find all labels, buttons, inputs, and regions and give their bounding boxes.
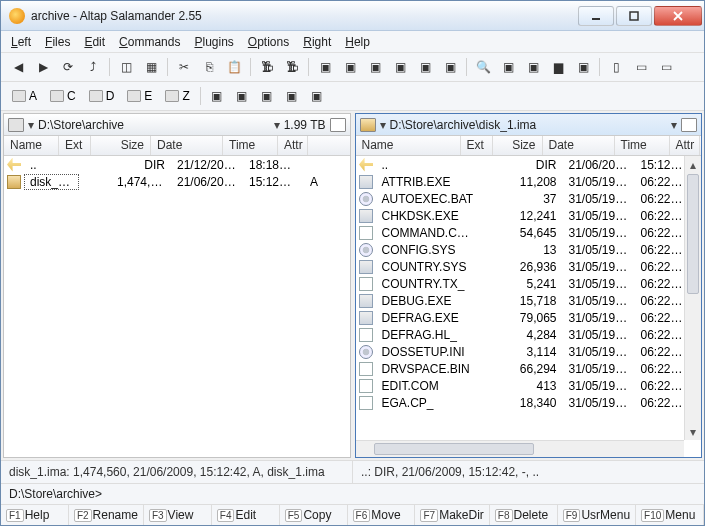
- select-icon[interactable]: ◫: [115, 56, 137, 78]
- column-attr[interactable]: Attr: [670, 136, 700, 155]
- parent-icon[interactable]: ⤴: [82, 56, 104, 78]
- maximize-button[interactable]: [616, 6, 652, 26]
- menu-right[interactable]: Right: [303, 35, 331, 49]
- ftp-icon[interactable]: ▣: [231, 85, 253, 107]
- fn-usrmenu-button[interactable]: F9UsrMenu: [558, 505, 636, 525]
- deselect-icon[interactable]: ▦: [140, 56, 162, 78]
- file-row[interactable]: COMMAND.COM54,64531/05/199406:22:00: [356, 224, 702, 241]
- tool-icon[interactable]: ▣: [572, 56, 594, 78]
- column-time[interactable]: Time: [223, 136, 278, 155]
- tool-icon[interactable]: ▣: [439, 56, 461, 78]
- fn-rename-button[interactable]: F2Rename: [69, 505, 144, 525]
- column-name[interactable]: Name: [356, 136, 461, 155]
- left-file-list[interactable]: ..DIR21/12/201118:18:59disk_1.ima1,474,5…: [4, 156, 350, 457]
- right-path-bar[interactable]: ▾ D:\Store\archive\disk_1.ima ▾: [356, 114, 702, 136]
- scrollbar-horizontal[interactable]: [356, 440, 685, 457]
- menu-edit[interactable]: Edit: [84, 35, 105, 49]
- tool-icon[interactable]: ▣: [414, 56, 436, 78]
- tool-icon[interactable]: ▣: [339, 56, 361, 78]
- file-row[interactable]: EDIT.COM41331/05/199406:22:00: [356, 377, 702, 394]
- scrollbar-vertical[interactable]: ▴ ▾: [684, 156, 701, 440]
- file-row[interactable]: EGA.CP_18,34031/05/199406:22:00: [356, 394, 702, 411]
- drive-c-button[interactable]: C: [45, 85, 81, 107]
- search-icon[interactable]: 🔍: [472, 56, 494, 78]
- file-row[interactable]: DEBUG.EXE15,71831/05/199406:22:00: [356, 292, 702, 309]
- command-line[interactable]: D:\Store\archive>: [1, 483, 704, 504]
- file-row[interactable]: AUTOEXEC.BAT3731/05/199406:22:00: [356, 190, 702, 207]
- chevron-down-icon[interactable]: ▾: [671, 118, 677, 132]
- panel-menu-icon[interactable]: [330, 118, 346, 132]
- fn-menu-button[interactable]: F10Menu: [636, 505, 704, 525]
- fn-help-button[interactable]: F1Help: [1, 505, 69, 525]
- drive-d-button[interactable]: D: [84, 85, 120, 107]
- cut-icon[interactable]: ✂: [173, 56, 195, 78]
- drive-e-button[interactable]: E: [122, 85, 157, 107]
- column-ext[interactable]: Ext: [461, 136, 493, 155]
- left-columns[interactable]: NameExtSizeDateTimeAttr: [4, 136, 350, 156]
- tool-icon[interactable]: ▯: [605, 56, 627, 78]
- drive-z-button[interactable]: Z: [160, 85, 194, 107]
- file-row[interactable]: disk_1.ima1,474,56021/06/200915:12:42A: [4, 173, 350, 190]
- tool-icon[interactable]: ▣: [522, 56, 544, 78]
- copy-icon[interactable]: ⎘: [198, 56, 220, 78]
- menu-help[interactable]: Help: [345, 35, 370, 49]
- menu-commands[interactable]: Commands: [119, 35, 180, 49]
- minimize-button[interactable]: [578, 6, 614, 26]
- updir-row[interactable]: ..DIR21/12/201118:18:59: [4, 156, 350, 173]
- right-path[interactable]: D:\Store\archive\disk_1.ima: [390, 118, 668, 132]
- column-attr[interactable]: Attr: [278, 136, 308, 155]
- fn-move-button[interactable]: F6Move: [348, 505, 416, 525]
- left-path[interactable]: D:\Store\archive: [38, 118, 270, 132]
- fn-copy-button[interactable]: F5Copy: [280, 505, 348, 525]
- tool-icon[interactable]: ▭: [630, 56, 652, 78]
- archive-icon[interactable]: ▣: [281, 85, 303, 107]
- updir-row[interactable]: ..DIR21/06/200915:12:42: [356, 156, 702, 173]
- fn-edit-button[interactable]: F4Edit: [212, 505, 280, 525]
- column-name[interactable]: Name: [4, 136, 59, 155]
- terminal-icon[interactable]: ▆: [547, 56, 569, 78]
- column-size[interactable]: Size: [493, 136, 543, 155]
- right-file-list[interactable]: ..DIR21/06/200915:12:42 ▴ ▾ ATTRIB.EXE11…: [356, 156, 702, 457]
- tool-icon[interactable]: ▣: [364, 56, 386, 78]
- chevron-down-icon[interactable]: ▾: [274, 118, 280, 132]
- menu-files[interactable]: Files: [45, 35, 70, 49]
- right-columns[interactable]: NameExtSizeDateTimeAttr: [356, 136, 702, 156]
- chevron-down-icon[interactable]: ▾: [380, 118, 386, 132]
- drive-a-button[interactable]: A: [7, 85, 42, 107]
- scroll-down-icon[interactable]: ▾: [685, 423, 701, 440]
- close-button[interactable]: [654, 6, 702, 26]
- file-row[interactable]: ATTRIB.EXE11,20831/05/199406:22:00: [356, 173, 702, 190]
- left-path-bar[interactable]: ▾ D:\Store\archive ▾ 1.99 TB: [4, 114, 350, 136]
- nav-fwd-icon[interactable]: ▶: [32, 56, 54, 78]
- pack-icon[interactable]: 🗜: [256, 56, 278, 78]
- file-row[interactable]: DRVSPACE.BIN66,29431/05/199406:22:00: [356, 360, 702, 377]
- scrollbar-thumb[interactable]: [687, 174, 699, 294]
- chevron-down-icon[interactable]: ▾: [28, 118, 34, 132]
- menu-left[interactable]: Left: [11, 35, 31, 49]
- refresh-icon[interactable]: ⟳: [57, 56, 79, 78]
- tool-icon[interactable]: ▣: [314, 56, 336, 78]
- scroll-up-icon[interactable]: ▴: [685, 156, 701, 173]
- menu-options[interactable]: Options: [248, 35, 289, 49]
- file-row[interactable]: CHKDSK.EXE12,24131/05/199406:22:00: [356, 207, 702, 224]
- fn-makedir-button[interactable]: F7MakeDir: [415, 505, 489, 525]
- file-row[interactable]: CONFIG.SYS1331/05/199406:22:00: [356, 241, 702, 258]
- column-time[interactable]: Time: [615, 136, 670, 155]
- column-size[interactable]: Size: [91, 136, 151, 155]
- column-date[interactable]: Date: [151, 136, 223, 155]
- file-row[interactable]: DEFRAG.EXE79,06531/05/199406:22:00: [356, 309, 702, 326]
- tool-icon[interactable]: ▭: [655, 56, 677, 78]
- fn-view-button[interactable]: F3View: [144, 505, 212, 525]
- tool-icon[interactable]: ▣: [389, 56, 411, 78]
- paste-icon[interactable]: 📋: [223, 56, 245, 78]
- nav-back-icon[interactable]: ◀: [7, 56, 29, 78]
- menu-plugins[interactable]: Plugins: [194, 35, 233, 49]
- tool-icon[interactable]: ▣: [497, 56, 519, 78]
- net-icon[interactable]: ▣: [256, 85, 278, 107]
- file-row[interactable]: DOSSETUP.INI3,11431/05/199406:22:00: [356, 343, 702, 360]
- folder-icon[interactable]: ▣: [206, 85, 228, 107]
- file-row[interactable]: DEFRAG.HL_4,28431/05/199406:22:00: [356, 326, 702, 343]
- column-date[interactable]: Date: [543, 136, 615, 155]
- file-row[interactable]: COUNTRY.TX_5,24131/05/199406:22:00: [356, 275, 702, 292]
- unpack-icon[interactable]: 🗜: [281, 56, 303, 78]
